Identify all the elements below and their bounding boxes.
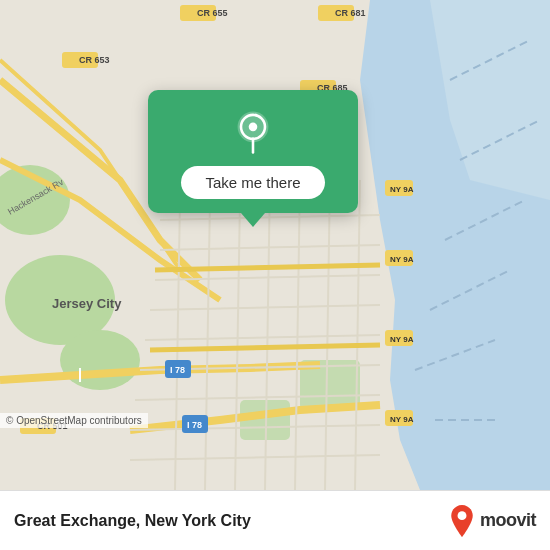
svg-point-56 — [458, 511, 467, 520]
svg-text:NY 9A: NY 9A — [390, 255, 414, 264]
popup-card: Take me there — [148, 90, 358, 213]
svg-point-55 — [249, 123, 258, 132]
svg-text:CR 653: CR 653 — [79, 55, 110, 65]
moovit-logo: moovit — [448, 504, 536, 538]
bottom-bar: Great Exchange, New York City moovit — [0, 490, 550, 550]
moovit-pin-icon — [448, 504, 476, 538]
map-attribution: © OpenStreetMap contributors — [0, 413, 148, 428]
svg-text:NY 9A: NY 9A — [390, 415, 414, 424]
map-container: CR 655 CR 653 CR 681 CR 685 CR 501 I 78 … — [0, 0, 550, 490]
svg-text:I 78: I 78 — [170, 365, 185, 375]
location-pin-icon — [229, 108, 277, 156]
svg-text:NY 9A: NY 9A — [390, 335, 414, 344]
svg-text:CR 655: CR 655 — [197, 8, 228, 18]
svg-text:Jersey City: Jersey City — [52, 296, 122, 311]
svg-text:I 78: I 78 — [187, 420, 202, 430]
location-name: Great Exchange, New York City — [14, 512, 448, 530]
moovit-brand-text: moovit — [480, 510, 536, 531]
take-me-there-button[interactable]: Take me there — [181, 166, 324, 199]
svg-point-8 — [60, 330, 140, 390]
svg-text:NY 9A: NY 9A — [390, 185, 414, 194]
svg-text:CR 681: CR 681 — [335, 8, 366, 18]
